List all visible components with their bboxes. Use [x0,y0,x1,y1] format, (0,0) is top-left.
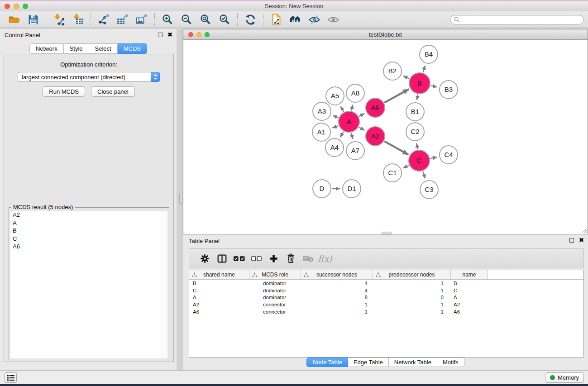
edge-B-B4[interactable] [423,66,425,72]
resize-grip-icon[interactable] [581,228,587,234]
node-C1[interactable]: C1 [383,164,402,182]
zoom-fit-button[interactable] [196,12,215,27]
tab-select[interactable]: Select [89,43,118,54]
float-table-panel-icon[interactable] [569,238,574,243]
edge-A-A5[interactable] [340,106,344,112]
delete-columns-button[interactable] [282,250,299,267]
edge-A-A3[interactable] [333,115,338,118]
column-header-successor-nodes[interactable]: successor nodes [301,270,373,279]
close-table-panel-icon[interactable]: ✖ [579,238,584,243]
node-C2[interactable]: C2 [406,123,424,141]
edge-A-A1[interactable] [332,126,338,128]
tab-network[interactable]: Network [29,43,64,54]
export-table-button[interactable] [113,12,132,27]
table-row[interactable]: Bdominator41B [189,280,583,287]
search-input[interactable] [460,16,583,23]
tab-node-table[interactable]: Node Table [306,357,348,367]
tab-network-table[interactable]: Network Table [389,357,437,367]
edge-C-C3[interactable] [423,172,425,179]
memory-button[interactable]: Memory [545,372,584,383]
export-network-button[interactable] [94,12,113,27]
edge-A-A7[interactable] [351,133,353,139]
node-D1[interactable]: D1 [343,180,361,198]
select-all-button[interactable] [230,250,248,267]
search-field[interactable] [450,15,584,24]
edge-C-C1[interactable] [403,165,409,168]
save-session-button[interactable] [24,12,43,27]
tab-style[interactable]: Style [64,43,89,54]
edge-A-A6[interactable] [359,114,364,117]
edge-B-B1[interactable] [417,95,418,100]
table-row[interactable]: Cdominator41C [189,287,583,294]
table-row[interactable]: Adominator80A [189,294,583,301]
edge-A-A2[interactable] [359,127,365,130]
node-A6[interactable]: A6 [366,98,385,117]
column-header-MCDS-role[interactable]: MCDS role [249,270,301,279]
zoom-selected-button[interactable] [215,12,234,27]
zoom-out-button[interactable] [177,12,196,27]
node-D[interactable]: D [313,180,331,198]
create-column-button[interactable] [265,250,282,267]
node-B1[interactable]: B1 [406,103,424,121]
tab-motifs[interactable]: Motifs [437,357,464,367]
import-table-button[interactable] [68,12,87,27]
task-history-button[interactable] [5,372,17,383]
node-A4[interactable]: A4 [325,138,344,157]
close-panel-button[interactable]: Close panel [91,86,135,97]
node-C3[interactable]: C3 [420,181,438,199]
result-item[interactable]: A6 [10,243,167,251]
close-panel-icon[interactable]: ✖ [167,32,172,37]
show-columns-button[interactable] [213,250,230,267]
result-item[interactable]: C [10,235,167,243]
node-A[interactable]: A [339,111,359,132]
table-mode-button[interactable] [196,250,213,267]
node-A1[interactable]: A1 [312,123,330,141]
node-A3[interactable]: A3 [313,102,331,120]
node-A2[interactable]: A2 [366,127,385,146]
edge-A6-B[interactable] [384,89,409,103]
node-B[interactable]: B [409,73,430,94]
table-row[interactable]: A6connector11A6 [189,308,583,315]
first-neighbors-button[interactable] [286,12,305,27]
export-image-button[interactable] [132,12,151,27]
import-network-button[interactable] [49,12,68,27]
network-canvas[interactable]: AA1A2A3A4A5A6A7A8BB1B2B3B4CC1C2C3C4DD1 [183,40,588,234]
float-panel-icon[interactable] [158,33,163,37]
deselect-all-button[interactable] [248,250,265,267]
edge-C-C2[interactable] [417,143,418,150]
tab-mcds[interactable]: MCDS [118,43,147,54]
tab-edge-table[interactable]: Edge Table [348,357,389,367]
vertical-divider-grip[interactable] [179,194,182,204]
refresh-view-button[interactable] [241,12,260,27]
edge-A-A4[interactable] [340,132,344,138]
horizontal-divider-grip[interactable] [382,232,392,235]
node-B2[interactable]: B2 [383,62,402,80]
zoom-in-button[interactable] [158,12,177,27]
edge-A-A8[interactable] [351,105,353,110]
hide-selected-button[interactable] [305,12,324,27]
node-A8[interactable]: A8 [346,84,364,102]
node-C[interactable]: C [409,150,430,171]
node-A7[interactable]: A7 [346,142,364,160]
result-item[interactable]: A2 [10,211,167,219]
result-item[interactable]: B [10,227,167,235]
show-all-button[interactable] [324,12,343,27]
table-row[interactable]: A2connector11A2 [189,301,583,308]
node-B4[interactable]: B4 [420,45,438,63]
node-C4[interactable]: C4 [440,146,458,164]
column-header-shared-name[interactable]: shared name [189,270,249,279]
edge-C-C4[interactable] [430,157,437,158]
select-stepper[interactable] [151,72,160,82]
optimization-criterion-select[interactable]: largest connected component (directed) [18,72,160,82]
result-item[interactable]: A [10,219,167,227]
open-session-button[interactable] [5,12,24,27]
column-header-predecessor-nodes[interactable]: predecessor nodes [373,270,451,279]
node-B3[interactable]: B3 [440,81,458,99]
new-network-from-selection-button[interactable] [267,12,286,27]
edge-A2-C[interactable] [384,141,408,155]
run-mcds-button[interactable]: Run MCDS [43,86,85,97]
edge-B-B3[interactable] [430,86,437,87]
result-scrollbar[interactable] [162,211,167,358]
node-A5[interactable]: A5 [326,87,344,105]
column-header-name[interactable]: name [451,270,488,279]
